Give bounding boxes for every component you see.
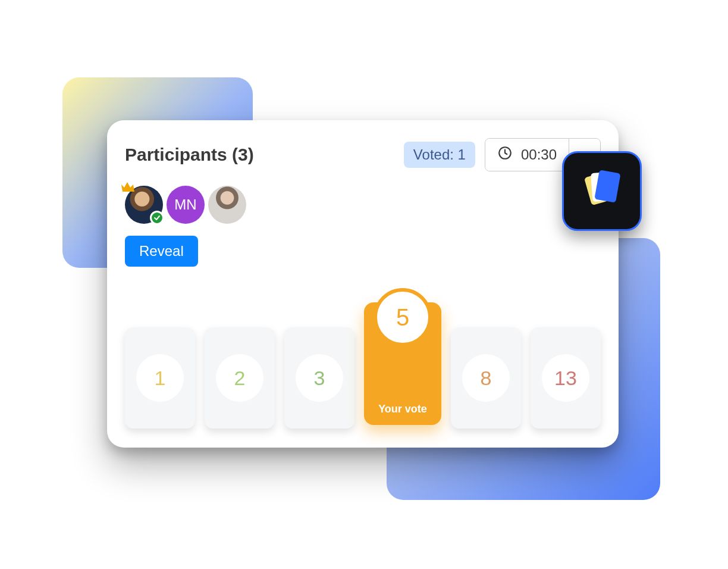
panel-title: Participants (3) — [125, 145, 254, 165]
vote-card-1[interactable]: 1 — [125, 327, 195, 429]
participants-panel: Participants (3) Voted: 1 00:30 — [107, 120, 619, 448]
vote-card-value: 8 — [462, 354, 510, 402]
vote-card-13[interactable]: 13 — [531, 327, 601, 429]
voted-check-icon — [150, 211, 164, 225]
vote-card-8[interactable]: 8 — [451, 327, 521, 429]
vote-card-3[interactable]: 3 — [284, 327, 354, 429]
voting-cards-row: 1 2 3 5 Your vote 8 13 — [125, 298, 601, 429]
avatar-initials: MN — [174, 196, 196, 213]
vote-card-value: 5 — [374, 288, 432, 346]
cards-stack-icon — [576, 164, 627, 218]
crown-icon — [121, 180, 136, 190]
vote-card-2[interactable]: 2 — [205, 327, 275, 429]
vote-card-5-selected[interactable]: 5 Your vote — [364, 302, 441, 425]
vote-card-value: 2 — [216, 354, 263, 402]
reveal-button[interactable]: Reveal — [125, 236, 198, 267]
vote-card-value: 1 — [136, 354, 184, 402]
timer-display[interactable]: 00:30 — [485, 139, 569, 171]
vote-card-value: 13 — [542, 354, 589, 402]
app-logo-badge[interactable] — [562, 151, 642, 231]
timer-value: 00:30 — [521, 146, 557, 163]
clock-icon — [497, 145, 513, 164]
voted-count-badge: Voted: 1 — [404, 142, 475, 168]
participant-avatar[interactable]: MN — [167, 186, 205, 224]
participant-avatar[interactable] — [208, 186, 246, 224]
participant-avatars: MN — [125, 186, 601, 224]
panel-header: Participants (3) Voted: 1 00:30 — [125, 138, 601, 171]
participant-avatar[interactable] — [125, 186, 163, 224]
your-vote-label: Your vote — [378, 403, 427, 415]
vote-card-value: 3 — [296, 354, 343, 402]
